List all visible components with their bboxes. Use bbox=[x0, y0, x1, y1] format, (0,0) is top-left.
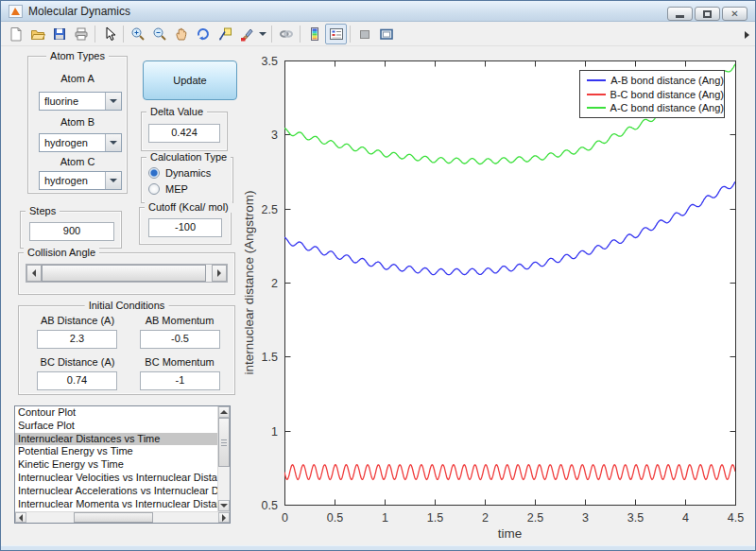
atom-b-dropdown[interactable]: hydrogen bbox=[39, 133, 122, 152]
update-button[interactable]: Update bbox=[143, 60, 237, 100]
radio-button-icon bbox=[148, 167, 160, 179]
list-item[interactable]: Internuclear Distances vs Time bbox=[15, 433, 217, 446]
chevron-down-icon bbox=[110, 99, 117, 103]
legend-line-swatch bbox=[587, 94, 606, 95]
listbox-horizontal-scrollbar[interactable] bbox=[15, 511, 230, 523]
atom-a-label: Atom A bbox=[27, 73, 128, 84]
dropdown-button[interactable] bbox=[105, 134, 121, 151]
arrow-down-icon bbox=[220, 504, 228, 508]
link-plot-button[interactable] bbox=[275, 24, 297, 44]
save-floppy-icon bbox=[52, 26, 67, 42]
title-bar[interactable]: Molecular Dynamics ✕ bbox=[1, 1, 755, 22]
rotate-3d-button[interactable] bbox=[192, 24, 214, 44]
steps-title: Steps bbox=[26, 205, 60, 216]
delta-value-field[interactable]: 0.424 bbox=[148, 124, 220, 143]
steps-field[interactable]: 900 bbox=[29, 222, 114, 241]
scroll-down-button[interactable] bbox=[218, 500, 230, 511]
scroll-up-button[interactable] bbox=[218, 406, 230, 418]
plot-type-listbox[interactable]: Contour PlotSurface PlotInternuclear Dis… bbox=[14, 405, 231, 524]
brush-button[interactable] bbox=[235, 24, 257, 44]
toolbar-overflow-icon[interactable] bbox=[745, 31, 749, 39]
plot-legend[interactable]: A-B bond distance (Ang)B-C bond distance… bbox=[579, 70, 725, 118]
minimize-button[interactable] bbox=[667, 7, 693, 21]
arrow-left-icon bbox=[19, 514, 23, 522]
radio-dynamics-label: Dynamics bbox=[165, 167, 211, 179]
scroll-right-button[interactable] bbox=[218, 512, 230, 523]
insert-legend-button[interactable] bbox=[325, 24, 347, 44]
maximize-button[interactable] bbox=[695, 7, 720, 21]
list-item[interactable]: Potential Energy vs Time bbox=[15, 445, 217, 458]
list-item[interactable]: Internuclear Momenta vs Internuclear Dis… bbox=[15, 498, 217, 511]
radio-dynamics[interactable]: Dynamics bbox=[148, 167, 211, 179]
dropdown-button[interactable] bbox=[105, 172, 121, 189]
thumb-grip bbox=[221, 439, 227, 446]
new-figure-button[interactable] bbox=[5, 24, 26, 44]
scrollbar-thumb[interactable] bbox=[218, 418, 230, 467]
zoom-in-button[interactable] bbox=[127, 24, 148, 44]
listbox-vertical-scrollbar[interactable] bbox=[217, 406, 230, 511]
legend-entry: B-C bond distance (Ang) bbox=[580, 88, 724, 102]
arrow-right-icon bbox=[217, 269, 221, 277]
atom-a-value: fluorine bbox=[44, 95, 78, 107]
y-tick-label: 3 bbox=[271, 129, 278, 142]
dropdown-button[interactable] bbox=[105, 93, 121, 110]
toolbar-separator bbox=[271, 26, 272, 43]
save-button[interactable] bbox=[48, 24, 70, 44]
show-plot-tools-button[interactable] bbox=[375, 24, 397, 44]
scrollbar-thumb[interactable] bbox=[74, 512, 153, 523]
list-item[interactable]: Internuclear Accelerations vs Internucle… bbox=[15, 485, 217, 498]
close-button[interactable]: ✕ bbox=[722, 7, 747, 21]
list-item[interactable]: Kinetic Energy vs Time bbox=[15, 458, 217, 472]
slider-right-button[interactable] bbox=[212, 265, 227, 282]
scroll-left-button[interactable] bbox=[15, 512, 26, 523]
legend-icon bbox=[329, 26, 344, 42]
atom-b-label: Atom B bbox=[27, 116, 128, 128]
ab-momentum-field[interactable]: -0.5 bbox=[140, 330, 220, 349]
bc-distance-label: BC Distance (A) bbox=[27, 356, 128, 368]
list-item[interactable]: Surface Plot bbox=[15, 420, 217, 433]
chevron-down-icon bbox=[110, 141, 117, 145]
list-item[interactable]: Contour Plot bbox=[15, 406, 217, 420]
y-tick-label: 2.5 bbox=[262, 203, 278, 216]
zoom-out-icon bbox=[152, 26, 167, 42]
y-tick-label: 1.5 bbox=[262, 351, 278, 364]
update-button-label: Update bbox=[173, 75, 206, 86]
link-plots-icon bbox=[279, 26, 294, 42]
print-button[interactable] bbox=[70, 24, 92, 44]
edit-plot-button[interactable] bbox=[98, 24, 120, 44]
new-document-icon bbox=[9, 26, 24, 42]
list-item[interactable]: Internuclear Velocities vs Internuclear … bbox=[15, 472, 217, 485]
open-file-button[interactable] bbox=[26, 24, 48, 44]
pan-button[interactable] bbox=[170, 24, 192, 44]
axes-plot[interactable]: 00.511.522.533.544.50.511.522.533.5timei… bbox=[237, 48, 755, 550]
ab-distance-label: AB Distance (A) bbox=[27, 315, 128, 326]
matlab-icon bbox=[9, 5, 23, 18]
radio-mep[interactable]: MEP bbox=[148, 183, 188, 195]
minimize-icon bbox=[676, 15, 684, 18]
listbox-items: Contour PlotSurface PlotInternuclear Dis… bbox=[15, 406, 217, 511]
data-cursor-button[interactable] bbox=[214, 24, 235, 44]
y-tick-label: 3.5 bbox=[262, 55, 278, 68]
chevron-down-icon bbox=[110, 179, 117, 182]
brush-dropdown-button[interactable] bbox=[257, 24, 268, 44]
x-tick-label: 4.5 bbox=[728, 511, 744, 525]
y-tick-label: 1 bbox=[271, 425, 278, 439]
ab-distance-field[interactable]: 2.3 bbox=[37, 330, 117, 349]
y-tick-label: 0.5 bbox=[262, 499, 278, 512]
slider-left-button[interactable] bbox=[26, 265, 42, 282]
atom-c-dropdown[interactable]: hydrogen bbox=[39, 171, 122, 190]
zoom-out-button[interactable] bbox=[148, 24, 170, 44]
collision-angle-slider[interactable] bbox=[26, 264, 228, 283]
rotate-3d-icon bbox=[196, 26, 211, 42]
x-tick-label: 1 bbox=[382, 511, 388, 525]
cutoff-field[interactable]: -100 bbox=[148, 218, 222, 237]
atom-a-dropdown[interactable]: fluorine bbox=[39, 92, 122, 111]
data-cursor-icon bbox=[217, 26, 232, 42]
bc-momentum-field[interactable]: -1 bbox=[140, 371, 220, 390]
collision-angle-title: Collision Angle bbox=[24, 247, 99, 258]
bc-distance-field[interactable]: 0.74 bbox=[37, 371, 117, 390]
insert-colorbar-button[interactable] bbox=[303, 24, 325, 44]
slider-thumb[interactable] bbox=[42, 265, 206, 282]
y-axis-label: internuclear distance (Angstrom) bbox=[242, 190, 256, 374]
hide-plot-tools-button[interactable] bbox=[353, 24, 375, 44]
